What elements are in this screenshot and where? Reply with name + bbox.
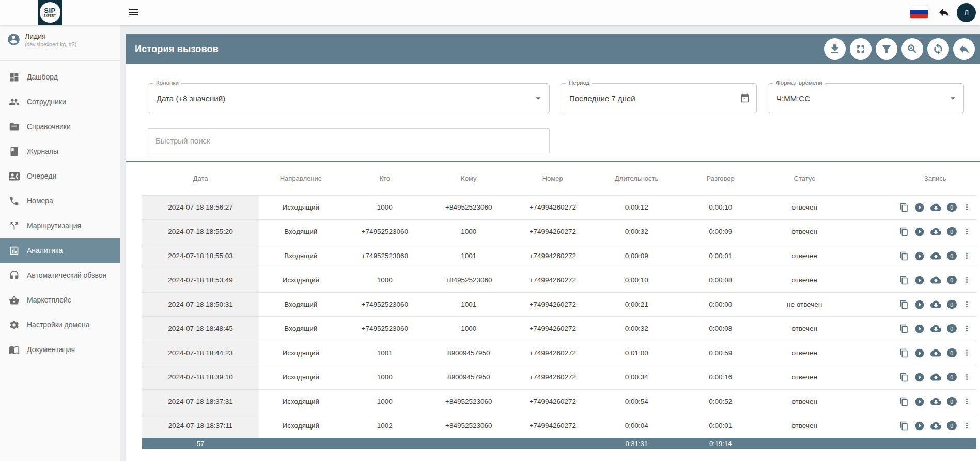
back-button[interactable]	[953, 38, 975, 60]
sidebar-item-directories[interactable]: Справочники	[0, 114, 120, 139]
play-record-button[interactable]	[914, 275, 925, 285]
content-card: Колонки Дата (+8 значений) Период Послед…	[126, 64, 980, 461]
copy-record-button[interactable]	[899, 300, 909, 309]
row-menu-button[interactable]	[962, 203, 971, 212]
play-record-button[interactable]	[914, 348, 925, 358]
menu-toggle-button[interactable]	[128, 6, 141, 19]
fullscreen-button[interactable]	[850, 38, 872, 60]
time-format-value: Ч:ММ:СС	[776, 94, 810, 103]
record-count-badge[interactable]: 0	[947, 373, 957, 381]
copy-record-button[interactable]	[899, 276, 909, 285]
play-record-button[interactable]	[914, 372, 925, 383]
sidebar-item-routing[interactable]: Маршрутизация	[0, 213, 120, 238]
table-row: 2024-07-18 18:37:11Исходящий1002+8495252…	[142, 414, 976, 438]
calendar-icon[interactable]	[740, 93, 750, 103]
search-button[interactable]	[901, 38, 923, 60]
row-menu-button[interactable]	[962, 227, 971, 236]
app-logo-circle: SiP EXPERT	[40, 2, 60, 23]
copy-record-button[interactable]	[899, 373, 909, 382]
time-format-select[interactable]: Формат времени Ч:ММ:СС	[768, 83, 964, 113]
sidebar-item-queues[interactable]: Очереди	[0, 164, 120, 188]
sidebar-item-domain-settings[interactable]: Настройки домена	[0, 312, 120, 337]
cell-duration: 0:00:34	[595, 365, 678, 389]
row-menu-button[interactable]	[962, 348, 971, 357]
cell-talk: 0:00:16	[678, 365, 762, 389]
download-button[interactable]	[824, 38, 846, 60]
download-record-button[interactable]	[930, 323, 941, 334]
row-menu-button[interactable]	[962, 397, 971, 406]
copy-record-button[interactable]	[899, 324, 909, 333]
cloud-download-icon	[930, 299, 941, 310]
footer-empty	[343, 438, 427, 449]
sidebar-item-employees[interactable]: Сотрудники	[0, 89, 120, 114]
record-count-badge[interactable]: 0	[947, 324, 957, 333]
play-record-button[interactable]	[914, 227, 925, 237]
record-count-badge[interactable]: 0	[947, 348, 957, 357]
play-record-button[interactable]	[914, 324, 925, 334]
download-record-button[interactable]	[930, 202, 941, 213]
quick-search-input[interactable]	[148, 128, 550, 153]
sidebar-item-analytics[interactable]: Аналитика	[0, 238, 120, 263]
copy-record-button[interactable]	[899, 227, 909, 236]
sidebar-item-dashboard[interactable]: Дашборд	[0, 65, 120, 89]
row-menu-button[interactable]	[962, 251, 971, 260]
sidebar-item-numbers[interactable]: Номера	[0, 188, 120, 213]
row-menu-button[interactable]	[962, 421, 971, 430]
download-record-button[interactable]	[930, 396, 941, 407]
sidebar-item-auto-dialer[interactable]: Автоматический обзвон	[0, 263, 120, 288]
record-count-badge[interactable]: 0	[947, 397, 957, 406]
copy-record-button[interactable]	[899, 397, 909, 406]
sidebar-item-journals[interactable]: Журналы	[0, 139, 120, 164]
download-record-button[interactable]	[930, 275, 941, 285]
download-record-button[interactable]	[930, 420, 941, 431]
download-record-button[interactable]	[930, 250, 941, 261]
row-menu-button[interactable]	[962, 276, 971, 284]
record-count-badge[interactable]: 0	[947, 251, 957, 260]
language-flag-ru[interactable]	[910, 6, 928, 18]
period-select[interactable]: Период Последние 7 дней	[561, 83, 757, 113]
download-record-button[interactable]	[930, 372, 941, 383]
reply-icon	[958, 43, 970, 55]
cell-status: отвечен	[763, 414, 846, 438]
play-record-button[interactable]	[914, 251, 925, 261]
download-record-button[interactable]	[930, 347, 941, 358]
play-record-button[interactable]	[914, 421, 925, 431]
record-count-badge[interactable]: 0	[947, 227, 957, 236]
refresh-button[interactable]	[927, 38, 949, 60]
download-record-button[interactable]	[930, 226, 941, 237]
play-icon	[914, 275, 925, 285]
cloud-download-icon	[930, 202, 941, 213]
user-avatar[interactable]: Л	[957, 3, 976, 22]
sidebar-item-marketplace[interactable]: Маркетплейс	[0, 288, 120, 312]
row-menu-button[interactable]	[962, 324, 971, 333]
play-record-button[interactable]	[914, 299, 925, 310]
more-vert-icon	[962, 276, 971, 284]
copy-record-button[interactable]	[899, 251, 909, 261]
play-record-button[interactable]	[914, 202, 925, 213]
filter-button[interactable]	[876, 38, 897, 60]
record-count-badge[interactable]: 0	[947, 421, 957, 430]
sidebar-item-documentation[interactable]: Документация	[0, 337, 120, 362]
copy-icon	[899, 300, 909, 309]
topbar-back-button[interactable]	[938, 6, 951, 19]
period-select-label: Период	[566, 80, 592, 86]
download-record-button[interactable]	[930, 299, 941, 310]
cell-talk: 0:00:59	[678, 341, 762, 365]
cell-date: 2024-07-18 18:50:31	[142, 292, 259, 316]
row-menu-button[interactable]	[962, 373, 971, 381]
copy-record-button[interactable]	[899, 421, 909, 431]
row-menu-button[interactable]	[962, 300, 971, 309]
contact-phone-icon	[9, 171, 20, 182]
play-record-button[interactable]	[914, 396, 925, 407]
copy-record-button[interactable]	[899, 348, 909, 358]
record-count-badge[interactable]: 0	[947, 300, 957, 309]
account-circle-icon	[7, 33, 21, 46]
record-count-badge[interactable]: 0	[947, 276, 957, 284]
columns-select[interactable]: Колонки Дата (+8 значений)	[148, 83, 550, 113]
book-icon	[9, 146, 20, 157]
table-row: 2024-07-18 18:44:23Исходящий100189009457…	[142, 341, 976, 365]
copy-record-button[interactable]	[899, 203, 909, 212]
record-count-badge[interactable]: 0	[947, 203, 957, 212]
cell-date: 2024-07-18 18:37:11	[142, 414, 259, 438]
cell-record: 0	[846, 268, 976, 292]
